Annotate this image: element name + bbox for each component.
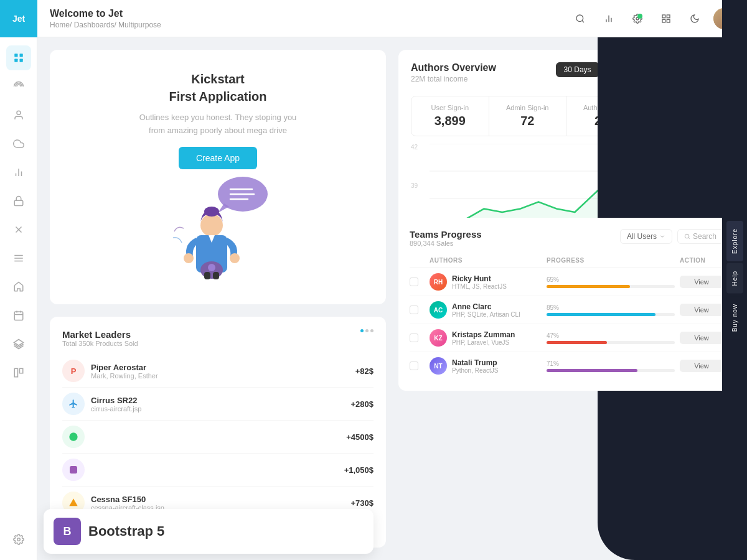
piper-info: Piper Aerostar Mark, Rowling, Esther xyxy=(91,363,158,380)
sidebar-item-calendar[interactable] xyxy=(6,303,31,328)
settings-icon[interactable] xyxy=(627,9,647,29)
filter-30days[interactable]: 30 Days xyxy=(556,62,599,77)
sidebar-item-user[interactable] xyxy=(6,103,31,128)
sidebar-item-dashboard[interactable] xyxy=(6,45,31,70)
authors-title: Authors Overview xyxy=(411,62,496,73)
natali-text: Natali Trump Python, ReactJS xyxy=(452,358,498,374)
kristaps-progress-fill xyxy=(547,341,607,344)
explore-button[interactable]: Explore xyxy=(726,221,743,261)
ricky-avatar: RH xyxy=(430,273,447,291)
anne-text: Anne Clarc PHP, SQLite, Artisan CLI xyxy=(452,302,520,318)
svg-rect-6 xyxy=(662,15,665,18)
person-illustration xyxy=(156,175,280,281)
natali-info: NT Natali Trump Python, ReactJS xyxy=(430,357,542,375)
create-app-button[interactable]: Create App xyxy=(179,147,257,169)
kristaps-view-button[interactable]: View xyxy=(680,332,723,344)
anne-name: Anne Clarc xyxy=(452,302,520,311)
anne-tech: PHP, SQLite, Artisan CLI xyxy=(452,311,520,318)
stat-admin-signin: Admin Sign-in 72 xyxy=(489,96,567,136)
sidebar-item-chart[interactable] xyxy=(6,160,31,185)
stat-admin-signin-value: 72 xyxy=(498,114,558,128)
sidebar-item-cloud[interactable] xyxy=(6,131,31,156)
sidebar-item-layers[interactable] xyxy=(6,332,31,357)
brand-logo[interactable]: Jet xyxy=(0,0,37,37)
ricky-checkbox[interactable] xyxy=(410,278,418,286)
ricky-progress-label: 65% xyxy=(547,276,675,283)
cirrus-value: +280$ xyxy=(350,399,374,409)
sidebar-item-inbox[interactable] xyxy=(6,274,31,299)
sidebar-item-menu[interactable] xyxy=(6,246,31,271)
sidebar-item-template[interactable] xyxy=(6,360,31,385)
sidebar-item-close[interactable] xyxy=(6,217,31,242)
svg-rect-19 xyxy=(14,200,23,205)
svg-rect-31 xyxy=(19,368,22,373)
svg-rect-12 xyxy=(14,59,17,62)
user-filter[interactable]: All Users xyxy=(620,229,672,244)
market-menu-dots[interactable] xyxy=(360,329,374,332)
moon-icon[interactable] xyxy=(685,9,705,29)
item3-value: +4500$ xyxy=(346,432,374,442)
breadcrumb: Home/ Dashboards/ Multipurpose xyxy=(50,21,161,29)
kristaps-progress-track xyxy=(547,341,675,344)
ricky-text: Ricky Hunt HTML, JS, ReactJS xyxy=(452,274,507,290)
cirrus-sub: cirrus-aircraft.jsp xyxy=(91,405,141,413)
kristaps-checkbox[interactable] xyxy=(410,334,418,342)
market-title-wrap: Market Leaders Total 350k Products Sold xyxy=(62,329,138,347)
stat-admin-signin-label: Admin Sign-in xyxy=(498,104,558,111)
svg-point-0 xyxy=(576,15,583,22)
natali-tech: Python, ReactJS xyxy=(452,367,498,374)
help-button[interactable]: Help xyxy=(726,263,743,294)
svg-marker-56 xyxy=(69,499,77,506)
market-item-cirrus: Cirrus SR22 cirrus-aircraft.jsp +280$ xyxy=(62,388,374,421)
nav-title-wrap: Welcome to Jet Home/ Dashboards/ Multipu… xyxy=(50,8,161,29)
filter-more[interactable]: More xyxy=(705,65,722,74)
market-title: Market Leaders xyxy=(62,329,138,340)
stat-user-signin: User Sign-in 3,899 xyxy=(411,96,489,136)
anne-checkbox[interactable] xyxy=(410,306,418,314)
svg-rect-7 xyxy=(667,15,670,18)
cirrus-icon xyxy=(62,393,85,415)
illustration-area xyxy=(156,175,280,284)
market-item-3: +4500$ xyxy=(62,421,374,454)
stat-author-signin-label: Author Sign-in xyxy=(575,104,635,111)
sidebar-item-gear[interactable] xyxy=(6,527,31,552)
search-label: Search xyxy=(693,232,716,241)
natali-progress-track xyxy=(547,369,675,372)
market-header: Market Leaders Total 350k Products Sold xyxy=(62,329,374,347)
anne-info: AC Anne Clarc PHP, SQLite, Artisan CLI xyxy=(430,301,542,319)
stat-failed-value: 6 xyxy=(653,114,713,128)
authors-subtitle: 22M total income xyxy=(411,75,496,83)
sidebar-item-lock[interactable] xyxy=(6,189,31,213)
team-row-kristaps: KZ Kristaps Zumman PHP, Laravel, VueJS 4… xyxy=(410,324,723,352)
svg-line-1 xyxy=(582,21,584,22)
kickstart-title: Kickstart First Application xyxy=(169,70,266,105)
team-row-ricky: RH Ricky Hunt HTML, JS, ReactJS 65% View xyxy=(410,268,723,296)
anne-view-button[interactable]: View xyxy=(680,304,723,316)
search-icon[interactable] xyxy=(570,9,590,29)
svg-point-38 xyxy=(200,214,223,236)
sidebar-item-fingerprint[interactable] xyxy=(6,74,31,99)
grid-icon[interactable] xyxy=(656,9,676,29)
ricky-view-button[interactable]: View xyxy=(680,276,723,288)
natali-checkbox[interactable] xyxy=(410,362,418,370)
kristaps-info: KZ Kristaps Zumman PHP, Laravel, VueJS xyxy=(430,329,542,347)
kickstart-card: Kickstart First Application Outlines kee… xyxy=(50,50,386,304)
kristaps-name: Kristaps Zumman xyxy=(452,330,515,339)
cirrus-info: Cirrus SR22 cirrus-aircraft.jsp xyxy=(91,396,141,413)
svg-rect-46 xyxy=(204,272,210,279)
market-item-piper: P Piper Aerostar Mark, Rowling, Esther +… xyxy=(62,355,374,388)
natali-progress: 71% xyxy=(547,360,675,372)
chart-icon[interactable] xyxy=(599,9,619,29)
natali-progress-label: 71% xyxy=(547,360,675,367)
bootstrap-overlay: B Bootstrap 5 xyxy=(44,509,374,554)
filter-sep2020[interactable]: Sep 2020 xyxy=(603,62,651,77)
filter-oct2020[interactable]: Oct 2020 xyxy=(655,62,702,77)
sidebar xyxy=(0,37,37,560)
stat-failed-label: Failed Attempts xyxy=(653,104,713,111)
buy-button[interactable]: Buy now xyxy=(726,296,743,339)
authors-card-header: Authors Overview 22M total income 30 Day… xyxy=(411,62,722,83)
svg-point-39 xyxy=(204,207,219,217)
anne-progress-label: 85% xyxy=(547,304,675,311)
natali-view-button[interactable]: View xyxy=(680,360,723,372)
teams-search[interactable]: Search xyxy=(677,229,723,244)
